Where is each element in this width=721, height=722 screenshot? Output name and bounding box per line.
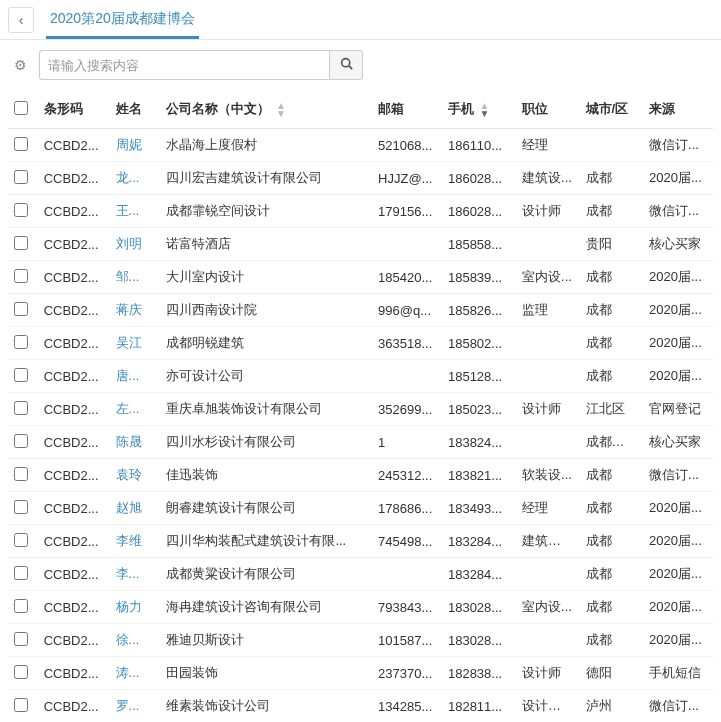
table-row[interactable]: CCBD2...李维四川华构装配式建筑设计有限...745498...18328… xyxy=(8,525,713,558)
cell-barcode: CCBD2... xyxy=(38,492,110,525)
search-input[interactable] xyxy=(39,50,329,80)
cell-name[interactable]: 蒋庆 xyxy=(110,294,161,327)
row-checkbox[interactable] xyxy=(14,269,28,283)
cell-phone: 185858... xyxy=(442,228,516,261)
table-row[interactable]: CCBD2...王...成都霏锐空间设计179156...186028...设计… xyxy=(8,195,713,228)
cell-name[interactable]: 邹... xyxy=(110,261,161,294)
row-checkbox[interactable] xyxy=(14,533,28,547)
cell-city: 成都 xyxy=(580,261,644,294)
table-row[interactable]: CCBD2...周妮水晶海上度假村521068...186110...经理微信订… xyxy=(8,129,713,162)
cell-name[interactable]: 李维 xyxy=(110,525,161,558)
table-row[interactable]: CCBD2...邹...大川室内设计185420...185839...室内设.… xyxy=(8,261,713,294)
sort-indicator-icon: ▲▼ xyxy=(276,102,286,118)
row-checkbox[interactable] xyxy=(14,665,28,679)
cell-name[interactable]: 李... xyxy=(110,558,161,591)
cell-name[interactable]: 袁玲 xyxy=(110,459,161,492)
table-row[interactable]: CCBD2...罗...维素装饰设计公司134285...182811...设计… xyxy=(8,690,713,723)
table-row[interactable]: CCBD2...赵旭朗睿建筑设计有限公司178686...183493...经理… xyxy=(8,492,713,525)
cell-phone: 183821... xyxy=(442,459,516,492)
cell-name[interactable]: 赵旭 xyxy=(110,492,161,525)
cell-phone: 185023... xyxy=(442,393,516,426)
cell-phone: 183493... xyxy=(442,492,516,525)
table-row[interactable]: CCBD2...龙...四川宏吉建筑设计有限公司HJJZ@...186028..… xyxy=(8,162,713,195)
cell-source: 2020届... xyxy=(643,558,713,591)
col-header-name[interactable]: 姓名 xyxy=(110,90,161,129)
row-checkbox[interactable] xyxy=(14,500,28,514)
cell-source: 微信订... xyxy=(643,195,713,228)
table-row[interactable]: CCBD2...李...成都黄粱设计有限公司183284...成都2020届..… xyxy=(8,558,713,591)
cell-barcode: CCBD2... xyxy=(38,426,110,459)
row-checkbox[interactable] xyxy=(14,434,28,448)
cell-source: 2020届... xyxy=(643,162,713,195)
search-group xyxy=(39,50,363,80)
row-checkbox[interactable] xyxy=(14,467,28,481)
table-row[interactable]: CCBD2...蒋庆四川西南设计院996@q...185826...监理成都20… xyxy=(8,294,713,327)
cell-name[interactable]: 刘明 xyxy=(110,228,161,261)
row-checkbox[interactable] xyxy=(14,170,28,184)
row-checkbox[interactable] xyxy=(14,137,28,151)
cell-name[interactable]: 龙... xyxy=(110,162,161,195)
col-header-phone[interactable]: 手机 ▲▼ xyxy=(442,90,516,129)
table-row[interactable]: CCBD2...陈晟四川水杉设计有限公司1183824...成都郫县核心买家 xyxy=(8,426,713,459)
table-row[interactable]: CCBD2...刘明诺富特酒店185858...贵阳核心买家 xyxy=(8,228,713,261)
sort-desc-icon: ▲▼ xyxy=(480,102,490,118)
cell-name[interactable]: 周妮 xyxy=(110,129,161,162)
cell-name[interactable]: 罗... xyxy=(110,690,161,723)
row-checkbox[interactable] xyxy=(14,698,28,712)
cell-barcode: CCBD2... xyxy=(38,591,110,624)
cell-phone: 185128... xyxy=(442,360,516,393)
table-row[interactable]: CCBD2...杨力海冉建筑设计咨询有限公司793843...183028...… xyxy=(8,591,713,624)
svg-point-0 xyxy=(341,59,349,67)
table-row[interactable]: CCBD2...徐...雅迪贝斯设计101587...183028...成都20… xyxy=(8,624,713,657)
col-header-source[interactable]: 来源 xyxy=(643,90,713,129)
cell-email: 101587... xyxy=(372,624,442,657)
cell-source: 微信订... xyxy=(643,459,713,492)
cell-name[interactable]: 左... xyxy=(110,393,161,426)
row-checkbox[interactable] xyxy=(14,368,28,382)
cell-name[interactable]: 涛... xyxy=(110,657,161,690)
cell-job xyxy=(516,558,580,591)
cell-email xyxy=(372,558,442,591)
cell-city: 成都 xyxy=(580,360,644,393)
cell-source: 2020届... xyxy=(643,492,713,525)
cell-barcode: CCBD2... xyxy=(38,558,110,591)
col-header-email[interactable]: 邮箱 xyxy=(372,90,442,129)
row-checkbox[interactable] xyxy=(14,599,28,613)
cell-email: 363518... xyxy=(372,327,442,360)
col-header-company[interactable]: 公司名称（中文） ▲▼ xyxy=(160,90,372,129)
col-header-city[interactable]: 城市/区 xyxy=(580,90,644,129)
cell-company: 诺富特酒店 xyxy=(160,228,372,261)
cell-company: 重庆卓旭装饰设计有限公司 xyxy=(160,393,372,426)
cell-email: 179156... xyxy=(372,195,442,228)
row-checkbox[interactable] xyxy=(14,203,28,217)
cell-job: 建筑装饰 xyxy=(516,525,580,558)
row-checkbox[interactable] xyxy=(14,566,28,580)
row-checkbox[interactable] xyxy=(14,236,28,250)
cell-name[interactable]: 徐... xyxy=(110,624,161,657)
row-checkbox[interactable] xyxy=(14,302,28,316)
search-button[interactable] xyxy=(329,50,363,80)
table-row[interactable]: CCBD2...左...重庆卓旭装饰设计有限公司352699...185023.… xyxy=(8,393,713,426)
cell-name[interactable]: 陈晟 xyxy=(110,426,161,459)
cell-city: 成都 xyxy=(580,558,644,591)
row-checkbox[interactable] xyxy=(14,632,28,646)
table-row[interactable]: CCBD2...唐...亦可设计公司185128...成都2020届... xyxy=(8,360,713,393)
row-checkbox[interactable] xyxy=(14,401,28,415)
table-row[interactable]: CCBD2...袁玲佳迅装饰245312...183821...软装设...成都… xyxy=(8,459,713,492)
cell-phone: 182811... xyxy=(442,690,516,723)
col-header-barcode[interactable]: 条形码 xyxy=(38,90,110,129)
cell-company: 成都霏锐空间设计 xyxy=(160,195,372,228)
cell-name[interactable]: 杨力 xyxy=(110,591,161,624)
gear-icon[interactable]: ⚙ xyxy=(14,57,27,73)
table-row[interactable]: CCBD2...吴江成都明锐建筑363518...185802...成都2020… xyxy=(8,327,713,360)
select-all-checkbox[interactable] xyxy=(14,101,28,115)
col-header-job[interactable]: 职位 xyxy=(516,90,580,129)
row-checkbox[interactable] xyxy=(14,335,28,349)
cell-barcode: CCBD2... xyxy=(38,327,110,360)
cell-name[interactable]: 王... xyxy=(110,195,161,228)
cell-name[interactable]: 吴江 xyxy=(110,327,161,360)
back-button[interactable]: ‹ xyxy=(8,7,34,33)
cell-phone: 182838... xyxy=(442,657,516,690)
cell-name[interactable]: 唐... xyxy=(110,360,161,393)
table-row[interactable]: CCBD2...涛...田园装饰237370...182838...设计师德阳手… xyxy=(8,657,713,690)
